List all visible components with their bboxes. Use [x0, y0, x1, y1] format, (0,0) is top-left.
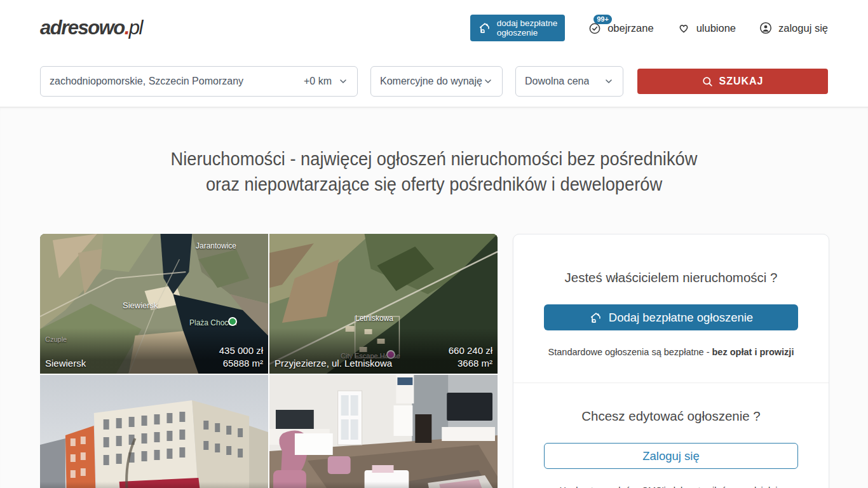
listing-name: Siewiersk	[45, 357, 86, 370]
nav-favorites[interactable]: ulubione	[677, 21, 736, 35]
login-button[interactable]: Zaloguj się	[544, 443, 798, 469]
search-bar: zachodniopomorskie, Szczecin Pomorzany +…	[0, 66, 868, 97]
chevron-down-icon	[483, 76, 493, 86]
radius-select[interactable]: +0 km	[304, 76, 348, 87]
user-icon	[759, 21, 773, 35]
listing-price: 435 000 zł	[219, 344, 263, 357]
header-divider	[0, 107, 868, 107]
nav-viewed[interactable]: 99+ obejrzane	[588, 21, 653, 35]
edit-section: Chcesz edytować ogłoszenie ? Zaloguj się…	[513, 383, 829, 488]
login-button-label: Zaloguj się	[642, 449, 699, 463]
nav-viewed-label: obejrzane	[607, 22, 653, 34]
main-content: Jarantowice Siewiersk Plaża Choceń Czupl…	[40, 234, 828, 488]
logo-tld: pl	[129, 17, 142, 39]
price-value: Dowolna cena	[525, 76, 589, 87]
page-title: Nieruchomości - najwięcej ogłoszeń nieru…	[26, 146, 842, 197]
listing-tile[interactable]: Lublin Śródmieście, ul. 545 000 zł	[40, 375, 268, 488]
top-nav: dodaj bezpłatneogłoszenie 99+ obejrzane …	[470, 15, 828, 41]
listing-overlay: Wola Zgłobieńska 890 000 zł	[269, 482, 498, 488]
heart-icon	[677, 21, 691, 35]
search-button-label: SZUKAJ	[719, 76, 763, 87]
logo[interactable]: adresowo.pl	[40, 17, 142, 39]
owner-section: Jesteś właścicielem nieruchomości ? Doda…	[513, 234, 829, 383]
nav-login[interactable]: zaloguj się	[759, 21, 828, 35]
listing-price: 660 240 zł	[449, 344, 492, 357]
category-select[interactable]: Komercyjne do wynaję	[370, 66, 503, 97]
chevron-down-icon	[604, 76, 614, 86]
category-value: Komercyjne do wynaję	[380, 76, 482, 87]
logo-name: adresowo	[40, 17, 125, 39]
listing-tile[interactable]: Wola Zgłobieńska 890 000 zł	[269, 375, 498, 488]
listing-area: 65888 m²	[219, 357, 263, 370]
listing-numbers: 660 240 zł 3668 m²	[449, 344, 492, 370]
page-title-line2: oraz niepowtarzające się oferty pośredni…	[26, 172, 842, 197]
listing-overlay: Przyjezierze, ul. Letniskowa 660 240 zł …	[269, 328, 498, 374]
owner-note-plain: Standardowe ogłoszenia są bezpłatne -	[548, 347, 712, 357]
add-listing-line1: dodaj bezpłatne	[497, 18, 557, 28]
map-place-label: Jarantowice	[196, 241, 236, 250]
chevron-down-icon	[338, 76, 348, 86]
map-place-label: Letniskowa	[355, 314, 393, 323]
owner-section-title: Jesteś właścicielem nieruchomości ?	[544, 270, 798, 285]
listing-numbers: 435 000 zł 65888 m²	[219, 344, 263, 370]
header: adresowo.pl dodaj bezpłatneogłoszenie 99…	[0, 0, 868, 56]
map-marker-green	[228, 317, 237, 326]
house-plus-icon	[478, 21, 492, 35]
listing-overlay: Lublin Śródmieście, ul. 545 000 zł	[40, 482, 268, 488]
listing-overlay: Siewiersk 435 000 zł 65888 m²	[40, 328, 268, 374]
logo-dot: .	[125, 17, 129, 39]
edit-section-title: Chcesz edytować ogłoszenie ?	[544, 409, 798, 424]
location-value: zachodniopomorskie, Szczecin Pomorzany	[50, 76, 299, 87]
building-photo	[40, 375, 268, 488]
add-listing-line2: ogłoszenie	[497, 28, 538, 37]
edit-note: Hasło otrzymałeś w SMS'ie lub ustawiłeś …	[544, 485, 798, 488]
listing-area: 3668 m²	[449, 357, 492, 370]
add-free-listing-button[interactable]: Dodaj bezpłatne ogłoszenie	[544, 304, 798, 330]
search-button[interactable]: SZUKAJ	[637, 69, 828, 94]
listing-tile[interactable]: Jarantowice Siewiersk Plaża Choceń Czupl…	[40, 234, 268, 374]
search-icon	[702, 76, 714, 88]
interior-photo	[269, 375, 498, 488]
nav-favorites-label: ulubione	[696, 22, 736, 34]
owner-card: Jesteś właścicielem nieruchomości ? Doda…	[513, 234, 829, 488]
viewed-count-badge: 99+	[593, 15, 612, 24]
add-free-listing-label: Dodaj bezpłatne ogłoszenie	[609, 311, 753, 325]
nav-login-label: zaloguj się	[778, 22, 828, 34]
owner-note-bold: bez opłat i prowizji	[712, 347, 794, 357]
price-select[interactable]: Dowolna cena	[515, 66, 623, 97]
map-place-label: Siewiersk	[123, 301, 158, 310]
add-listing-button[interactable]: dodaj bezpłatneogłoszenie	[470, 15, 565, 41]
listings-grid: Jarantowice Siewiersk Plaża Choceń Czupl…	[40, 234, 498, 488]
house-plus-icon	[589, 311, 603, 325]
add-listing-label: dodaj bezpłatneogłoszenie	[497, 18, 557, 37]
radius-value: +0 km	[304, 76, 332, 87]
page-title-line1: Nieruchomości - najwięcej ogłoszeń nieru…	[26, 146, 842, 172]
listing-name: Przyjezierze, ul. Letniskowa	[275, 357, 392, 370]
location-input[interactable]: zachodniopomorskie, Szczecin Pomorzany +…	[40, 66, 358, 97]
listing-tile[interactable]: Letniskowa City Escape House Przyjezierz…	[269, 234, 498, 374]
owner-note: Standardowe ogłoszenia są bezpłatne - be…	[544, 347, 798, 357]
